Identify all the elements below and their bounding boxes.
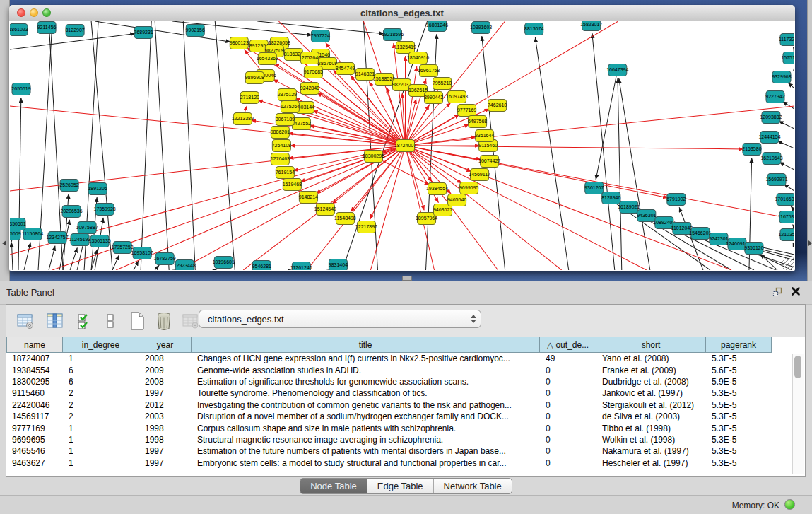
table-row[interactable]: 946554611997Estimation of the future num… (6, 445, 805, 457)
table-cell[interactable]: 1997 (139, 388, 192, 398)
graph-node[interactable]: 9227342 (765, 91, 784, 103)
table-scrollbar-thumb[interactable] (794, 356, 801, 378)
graph-node[interactable]: 16782759 (154, 253, 176, 265)
graph-node[interactable]: 2375129 (278, 89, 297, 101)
graph-node[interactable]: 17359928 (94, 204, 116, 216)
table-cell[interactable]: Corpus callosum shape and size in male p… (192, 424, 540, 433)
graph-node[interactable]: 12213389 (232, 113, 254, 125)
table-cell[interactable]: 0 (540, 435, 596, 445)
tab-edge-table[interactable]: Edge Table (367, 479, 434, 493)
control-panel-collapsed-strip[interactable] (0, 0, 10, 281)
table-cell[interactable]: de Silva et al. (2003) (596, 411, 706, 421)
table-cell[interactable]: 5.9E-5 (706, 377, 772, 387)
graph-node[interactable]: 17957253 (112, 242, 134, 254)
graph-node[interactable]: 2153580 (742, 144, 761, 156)
table-row[interactable]: 977716911998Corpus callosum shape and si… (6, 422, 805, 433)
graph-node[interactable]: 9361207 (584, 182, 604, 194)
graph-node[interactable]: 9146821 (355, 69, 375, 81)
table-row[interactable]: 911546021997Tourette syndrome. Phenomeno… (6, 387, 805, 399)
graph-node[interactable]: 8813074 (524, 23, 543, 35)
table-cell[interactable]: 0 (540, 400, 596, 410)
graph-node[interactable]: 1891206 (88, 183, 107, 195)
graph-node[interactable]: 10391603 (470, 22, 492, 34)
table-cell[interactable]: Investigating the contribution of common… (192, 400, 540, 410)
graph-node[interactable]: 6791902 (666, 194, 686, 206)
table-cell[interactable]: 14569117 (6, 411, 63, 421)
memory-ok-indicator-icon[interactable] (784, 499, 795, 510)
graph-node[interactable]: 14569117 (469, 169, 490, 181)
graph-node[interactable]: 9886201 (271, 127, 290, 139)
table-cell[interactable]: Dudbridge et al. (2008) (596, 377, 706, 387)
graph-node[interactable]: 19218596 (382, 29, 404, 41)
graph-node[interactable]: 9777169 (457, 105, 476, 117)
table-cell[interactable]: 0 (540, 446, 596, 456)
graph-node[interactable]: 11261246 (290, 262, 312, 271)
graph-node[interactable]: 9546281 (252, 261, 271, 271)
graph-node[interactable]: 10975887 (76, 222, 98, 234)
tab-node-table[interactable]: Node Table (300, 479, 367, 493)
graph-node[interactable]: 2351644 (475, 130, 494, 142)
table-cell[interactable]: 2008 (139, 377, 192, 387)
graph-node[interactable]: 12217897 (355, 221, 377, 233)
graph-node[interactable]: 1350501 (10, 218, 26, 230)
table-row[interactable]: 1872400712008Changes of HCN gene express… (6, 353, 805, 364)
graph-node[interactable]: 16189021 (618, 201, 640, 214)
unselect-rows-button[interactable] (100, 310, 121, 332)
table-cell[interactable]: 2009 (139, 366, 192, 375)
graph-node[interactable]: 18300295 (363, 151, 384, 163)
table-cell[interactable]: 1 (63, 446, 139, 456)
graph-node[interactable]: 1519468 (283, 179, 302, 191)
table-cell[interactable]: Nakamura et al. (1997) (596, 446, 706, 456)
window-resize-grip[interactable] (782, 258, 794, 270)
graph-node[interactable]: 9896908 (245, 72, 264, 84)
table-cell[interactable]: Hescheler et al. (1997) (596, 458, 706, 468)
graph-node[interactable]: 20206536 (60, 206, 82, 218)
expand-left-panel-icon[interactable] (2, 240, 6, 246)
table-cell[interactable]: 2003 (139, 411, 192, 421)
table-cell[interactable]: 1997 (139, 446, 192, 456)
table-scrollbar[interactable] (792, 354, 804, 474)
graph-node[interactable]: 15751074 (781, 52, 794, 64)
column-header-1[interactable]: in_degree (63, 337, 139, 353)
graph-node[interactable]: 1861023 (10, 24, 28, 36)
column-header-3[interactable]: title (192, 337, 540, 353)
table-cell[interactable]: 2008 (139, 354, 192, 363)
graph-node[interactable]: 15466201 (689, 228, 711, 240)
graph-node[interactable]: 9465546 (447, 194, 466, 206)
table-cell[interactable]: 1998 (139, 424, 192, 433)
table-cell[interactable]: Structural magnetic resonance image aver… (192, 435, 540, 445)
table-cell[interactable]: Stergiakouli et al. (2012) (596, 400, 706, 410)
graph-node[interactable]: 9242848 (300, 83, 319, 95)
table-row[interactable]: 1456911722003Disruption of a novel membe… (6, 411, 805, 422)
table-cell[interactable]: 19384554 (6, 366, 63, 375)
table-cell[interactable]: Tibbo et al. (1998) (596, 424, 706, 433)
graph-node[interactable]: 16958107 (131, 247, 153, 259)
graph-node[interactable]: 9699695 (459, 182, 478, 194)
table-cell[interactable]: Estimation of significance thresholds fo… (192, 377, 540, 387)
table-cell[interactable]: 9463627 (6, 458, 63, 468)
table-cell[interactable]: Disruption of a novel member of a sodium… (192, 411, 540, 421)
graph-node[interactable]: 19384554 (426, 183, 448, 195)
table-cell[interactable]: 2 (63, 411, 139, 421)
table-cell[interactable]: Changes of HCN gene expression and I(f) … (192, 354, 540, 363)
table-cell[interactable]: 1998 (139, 435, 192, 445)
graph-node[interactable]: 7619154 (276, 167, 295, 179)
graph-node[interactable]: 12342757 (46, 232, 68, 244)
table-cell[interactable]: 0 (540, 366, 596, 375)
graph-node[interactable]: 18640910 (407, 52, 429, 64)
graph-node[interactable]: 16210643 (760, 153, 782, 165)
column-visibility-button[interactable] (45, 310, 66, 332)
network-view-window[interactable]: citations_edges.txt 18724007986012389129… (9, 5, 795, 271)
graph-node[interactable]: 15124549 (314, 204, 336, 216)
table-row[interactable]: 969969511998Structural magnetic resonanc… (6, 434, 805, 445)
graph-node[interactable]: 8122907 (65, 25, 84, 37)
table-cell[interactable]: 2 (63, 388, 139, 398)
graph-node[interactable]: 16961758 (418, 65, 440, 77)
graph-node[interactable]: 11548498 (334, 213, 356, 225)
citation-network-graph[interactable]: 1872400798601238912954182260589827509165… (10, 21, 794, 270)
graph-node[interactable]: 6497568 (468, 116, 487, 128)
table-cell[interactable]: Franke et al. (2009) (596, 366, 706, 375)
float-panel-button[interactable] (772, 287, 782, 297)
graph-node[interactable]: 16097493 (446, 91, 468, 103)
graph-node[interactable]: 15823017 (580, 21, 602, 31)
